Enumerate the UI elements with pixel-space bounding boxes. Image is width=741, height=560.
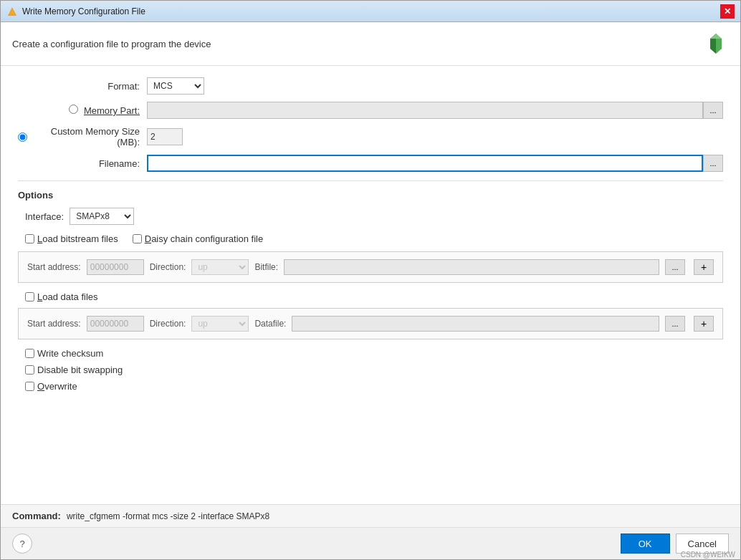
data-direction-select[interactable]: up down [191,316,249,332]
options-section-label: Options [18,190,723,201]
bitstream-direction-select[interactable]: up down [191,259,249,275]
interface-row: Interface: SMAPx8 SMAPx16 SMAPx32 Select… [18,208,723,225]
load-data-label: Load data files [37,291,98,302]
footer-bar: ? OK Cancel [1,527,740,559]
data-datafile-input[interactable] [292,316,659,332]
bitstream-add-btn[interactable]: + [694,259,714,275]
daisy-chain-checkbox[interactable] [133,234,142,243]
load-bitstream-checkbox[interactable] [25,234,34,243]
bitstream-start-address-label: Start address: [27,262,81,272]
memory-part-input[interactable] [147,102,703,119]
svg-marker-5 [710,34,722,39]
write-checksum-label: Write checksum [37,348,103,359]
data-browse-btn[interactable]: ... [665,316,685,332]
daisy-chain-item: Daisy chain configuration file [133,233,263,244]
filename-label: Filename: [18,158,147,169]
memory-part-row: Memory Part: ... [18,102,723,119]
header-description: Create a configuration file to program t… [12,39,211,49]
command-row: Command: write_cfgmem -format mcs -size … [1,504,740,527]
main-window: Write Memory Configuration File ✕ Create… [0,0,741,560]
custom-memory-input[interactable]: 2 [147,128,183,145]
filename-browse-btn[interactable]: ... [703,155,723,172]
data-start-address-label: Start address: [27,319,81,329]
overwrite-label: Overwrite [37,381,77,392]
custom-memory-row: Custom Memory Size (MB): 2 [18,126,723,148]
data-direction-label: Direction: [150,319,186,329]
load-bitstream-item: Load bitstream files [25,233,118,244]
data-datafile-label: Datafile: [254,319,286,329]
filename-row: Filename: ... [18,155,723,172]
daisy-chain-label: Daisy chain configuration file [145,233,263,244]
bitstream-direction-label: Direction: [150,262,186,272]
bitstream-bitfile-input[interactable] [284,259,659,275]
title-bar: Write Memory Configuration File ✕ [1,1,740,22]
bitstream-bitfile-label: Bitfile: [254,262,278,272]
format-label: Format: [18,81,147,92]
ok-button[interactable]: OK [621,534,670,554]
checkboxes-row: Load bitstream files Daisy chain configu… [18,233,723,244]
app-icon [6,6,18,17]
custom-memory-radio[interactable] [18,132,27,142]
watermark: CSDN @WEIKW [681,551,735,559]
data-start-address-input[interactable] [87,316,144,332]
section-divider-1 [18,180,723,181]
memory-part-label: Memory Part: [84,105,140,116]
memory-part-browse-btn[interactable]: ... [703,102,723,119]
format-row: Format: MCS BIN HEX [18,77,723,95]
load-data-checkbox[interactable] [25,292,34,301]
interface-label: Interface: [25,211,64,222]
load-bitstream-label: Load bitstream files [37,233,118,244]
content-area: Format: MCS BIN HEX Memory Part: ... Cus… [1,66,740,504]
custom-memory-label: Custom Memory Size (MB): [30,126,140,148]
header-area: Create a configuration file to program t… [1,22,740,66]
xilinx-logo [703,31,729,57]
overwrite-checkbox[interactable] [25,382,34,391]
custom-memory-label-col: Custom Memory Size (MB): [18,126,147,148]
memory-part-label-col: Memory Part: [18,105,147,116]
disable-bit-swapping-checkbox[interactable] [25,365,34,375]
disable-bit-swapping-label: Disable bit swapping [37,365,123,375]
interface-select[interactable]: SMAPx8 SMAPx16 SMAPx32 SelectMAP [70,208,134,225]
overwrite-row: Overwrite [18,381,723,392]
filename-input[interactable] [147,155,703,172]
window-title: Write Memory Configuration File [22,6,720,16]
memory-part-radio[interactable] [69,105,78,114]
bitstream-start-address-input[interactable] [87,259,144,275]
bitstream-browse-btn[interactable]: ... [665,259,685,275]
help-button[interactable]: ? [12,534,32,554]
data-add-btn[interactable]: + [694,316,714,332]
data-box: Start address: Direction: up down Datafi… [18,308,723,339]
close-button[interactable]: ✕ [720,4,735,19]
bitstream-box: Start address: Direction: up down Bitfil… [18,251,723,283]
write-checksum-checkbox[interactable] [25,349,34,358]
write-checksum-row: Write checksum [18,348,723,359]
format-select[interactable]: MCS BIN HEX [147,77,204,95]
disable-bit-swapping-row: Disable bit swapping [18,365,723,375]
load-data-row: Load data files [18,291,723,302]
command-label: Command: [12,511,61,521]
command-value: write_cfgmem -format mcs -size 2 -interf… [67,511,269,521]
